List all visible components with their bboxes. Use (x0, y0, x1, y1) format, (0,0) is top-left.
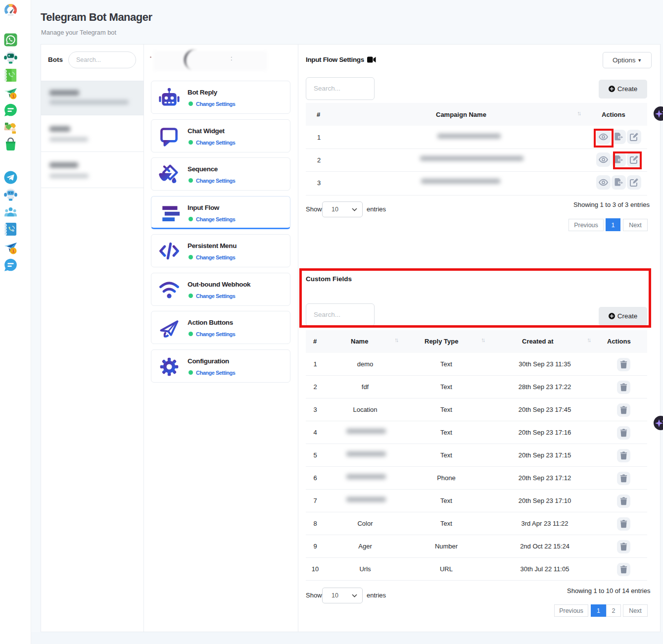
svg-text:1: 1 (12, 94, 14, 99)
svg-text:1: 1 (12, 248, 14, 253)
